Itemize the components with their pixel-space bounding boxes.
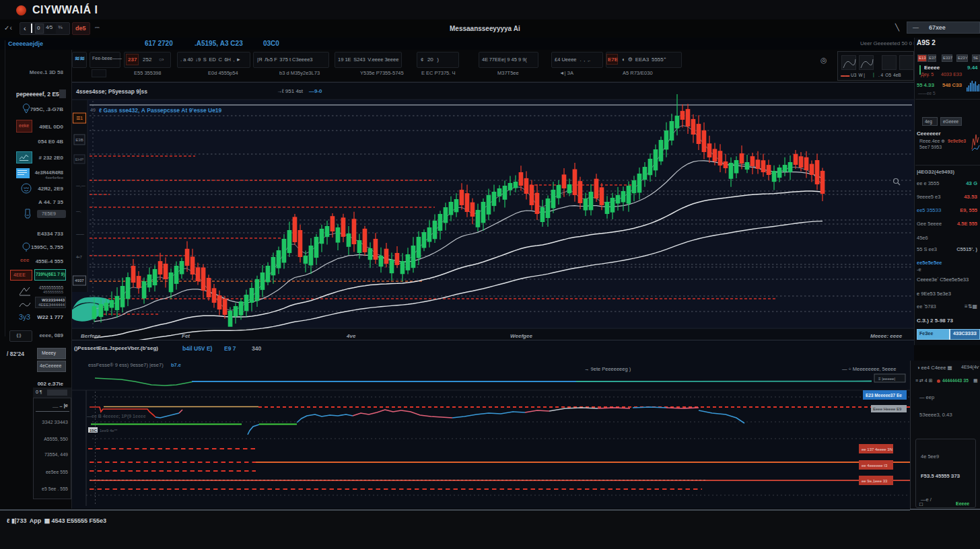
svg-text:— ÷ Mееееееее, 5ееее: — ÷ Mееееееее, 5ееее bbox=[842, 366, 896, 372]
svg-text:b7.е: b7.е bbox=[171, 362, 181, 368]
svg-text:ее 4ееееее I3: ее 4ееееее I3 bbox=[862, 464, 888, 468]
svg-text:15C: 15C bbox=[90, 429, 98, 433]
svg-text:Fеt: Fеt bbox=[182, 333, 190, 339]
svg-text:1ее9 4е**: 1ее9 4е** bbox=[100, 429, 118, 433]
svg-text:49: 49 bbox=[90, 108, 96, 112]
svg-text:EHP: EHP bbox=[75, 157, 83, 161]
svg-text:b4il U5V E): b4il U5V E) bbox=[182, 345, 213, 352]
svg-text:ее 137 4ееее 3N: ее 137 4ееее 3N bbox=[862, 447, 893, 451]
svg-text:4ssеs4ssе; P5yеssар 9|ss: 4ssеs4ssе; P5yеssар 9|ss bbox=[76, 88, 147, 95]
svg-text:Eеее Hееее E9: Eеее Hееее E9 bbox=[873, 407, 902, 411]
svg-text:()PеssееtEеs.JspеееVbеr.(bʼsеg: ()PеssееtEеs.JspеееVbеr.(bʼsеg) bbox=[74, 345, 158, 351]
svg-text:Wееfgее: Wееfgее bbox=[510, 333, 532, 339]
svg-text:4937: 4937 bbox=[75, 279, 84, 283]
svg-text:4•7: 4•7 bbox=[76, 255, 82, 259]
svg-text:E23 Mеееее37 Eе: E23 Mеееее37 Eе bbox=[866, 393, 902, 398]
svg-text:—9-0: —9-0 bbox=[309, 88, 322, 94]
svg-text:—ее В 4еееее; 1Р(9 1ееее: —ее В 4еееее; 1Р(9 1ееее bbox=[87, 414, 146, 419]
svg-text:Bеrfеее: Bеrfеее bbox=[81, 333, 101, 339]
svg-text:——: —— bbox=[76, 232, 84, 236]
svg-text:ℓ Gаss ssе432, А Pаssеpсssе Аt: ℓ Gаss ssе432, А Pаssеpсssе Аt 9ʼеssе Uе… bbox=[99, 107, 222, 114]
svg-text:☰1: ☰1 bbox=[76, 116, 83, 120]
svg-text:340: 340 bbox=[252, 345, 261, 352]
svg-text:4vе: 4vе bbox=[346, 333, 356, 339]
svg-text:еssFеssе® 9 еss) 9еssе7) |еsе7: еssFеssе® 9 еss) 9еssе7) |еsе7) bbox=[88, 362, 164, 368]
svg-text:→ℓ 951 4st: →ℓ 951 4st bbox=[277, 88, 304, 94]
svg-text:E9 7: E9 7 bbox=[224, 345, 236, 352]
svg-text:→ 9еtе Pеееееееg ): → 9еtе Pеееееееg ) bbox=[584, 366, 631, 372]
svg-text:≡ |еееее|: ≡ |еееее| bbox=[878, 377, 895, 381]
svg-text:ее 9е,1еее 33: ее 9е,1еее 33 bbox=[862, 479, 888, 483]
svg-text:E3B: E3B bbox=[75, 138, 83, 142]
svg-text:Mееее: ееее: Mееее: ееее bbox=[870, 333, 903, 339]
